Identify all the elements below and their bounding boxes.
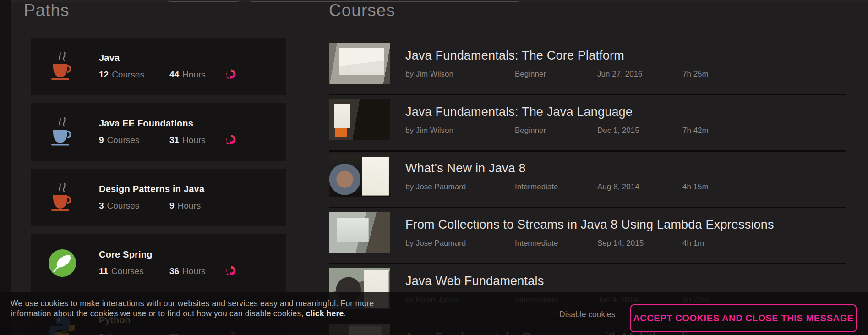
path-title[interactable]: Java EE Foundations bbox=[99, 118, 236, 129]
path-badge-icon bbox=[225, 265, 236, 277]
course-title-link[interactable]: Java Fundamentals: The Java Language bbox=[405, 99, 846, 119]
course-duration: 7h 25m bbox=[682, 70, 709, 79]
row-divider bbox=[329, 150, 846, 152]
path-title[interactable]: Java bbox=[99, 53, 236, 63]
coffee-cup-blue-icon bbox=[48, 116, 77, 148]
course-title-link[interactable]: From Collections to Streams in Java 8 Us… bbox=[405, 212, 846, 232]
course-thumbnail[interactable] bbox=[329, 212, 390, 253]
course-thumbnail[interactable] bbox=[329, 43, 390, 84]
cookie-policy-link[interactable]: click here bbox=[306, 309, 344, 318]
disable-cookies-link[interactable]: Disable cookies bbox=[559, 310, 616, 319]
path-badge-icon bbox=[225, 134, 236, 146]
path-card-design-patterns[interactable]: Design Patterns in Java 3Courses 9Hours bbox=[31, 169, 286, 226]
coffee-cup-red-icon bbox=[48, 181, 77, 214]
course-row: From Collections to Streams in Java 8 Us… bbox=[329, 212, 846, 264]
course-level: Beginner bbox=[515, 126, 597, 135]
course-row: Java Fundamentals: The Core Platform by … bbox=[329, 43, 846, 94]
course-date: Aug 8, 2014 bbox=[597, 182, 682, 192]
course-level: Intermediate bbox=[515, 239, 597, 248]
course-author: by Jim Wilson bbox=[405, 126, 515, 135]
course-row: Java Fundamentals: The Java Language by … bbox=[329, 99, 846, 151]
course-thumbnail[interactable] bbox=[329, 155, 390, 197]
row-divider bbox=[329, 263, 846, 264]
path-badge-icon bbox=[225, 69, 236, 80]
course-date: Sep 14, 2015 bbox=[597, 239, 682, 248]
courses-header-rule bbox=[329, 26, 844, 26]
course-author: by Jim Wilson bbox=[405, 70, 515, 79]
course-meta: by Jose Paumard Intermediate Sep 14, 201… bbox=[405, 239, 846, 248]
path-card-core-spring[interactable]: Core Spring 11Courses 36Hours bbox=[31, 234, 286, 292]
course-meta: by Jim Wilson Beginner Dec 1, 2015 7h 42… bbox=[405, 126, 846, 135]
spring-leaf-icon bbox=[48, 248, 77, 278]
row-divider bbox=[329, 207, 846, 208]
course-thumbnail[interactable] bbox=[329, 99, 390, 140]
courses-section-title: Courses bbox=[329, 1, 395, 20]
pluralsight-search-results-page: Paths Java 12Courses 44Hours bbox=[0, 0, 868, 335]
course-author: by Jose Paumard bbox=[405, 239, 515, 248]
path-card-java-ee[interactable]: Java EE Foundations 9Courses 31Hours bbox=[31, 103, 286, 161]
paths-header-rule bbox=[24, 26, 294, 26]
course-level: Beginner bbox=[515, 70, 597, 79]
course-row: What's New in Java 8 by Jose Paumard Int… bbox=[329, 155, 846, 207]
course-duration: 4h 15m bbox=[682, 182, 709, 192]
course-meta: by Jim Wilson Beginner Jun 27, 2016 7h 2… bbox=[405, 70, 846, 79]
path-card-java[interactable]: Java 12Courses 44Hours bbox=[31, 38, 286, 95]
course-meta: by Jose Paumard Intermediate Aug 8, 2014… bbox=[405, 182, 846, 192]
course-title-link[interactable]: Java Fundamentals: The Core Platform bbox=[405, 43, 846, 63]
path-title[interactable]: Design Patterns in Java bbox=[99, 184, 236, 194]
path-meta: 9Courses 31Hours bbox=[99, 134, 236, 146]
cookie-message: We use cookies to make interactions with… bbox=[11, 298, 374, 319]
course-duration: 4h 1m bbox=[682, 239, 704, 248]
course-duration: 7h 42m bbox=[682, 126, 709, 135]
course-title-link[interactable]: Java Web Fundamentals bbox=[405, 268, 846, 288]
cookie-banner: We use cookies to make interactions with… bbox=[0, 292, 868, 335]
course-date: Dec 1, 2015 bbox=[597, 126, 682, 135]
path-meta: 11Courses 36Hours bbox=[99, 265, 236, 277]
path-title[interactable]: Core Spring bbox=[99, 249, 236, 260]
course-title-link[interactable]: What's New in Java 8 bbox=[405, 155, 846, 176]
course-date: Jun 27, 2016 bbox=[597, 70, 682, 79]
row-divider bbox=[329, 94, 846, 95]
course-author: by Jose Paumard bbox=[405, 182, 515, 192]
paths-section-title: Paths bbox=[24, 1, 70, 20]
left-gutter bbox=[0, 0, 11, 335]
path-meta: 12Courses 44Hours bbox=[99, 69, 236, 80]
scrolled-filter-box[interactable] bbox=[168, 0, 240, 2]
accept-cookies-button[interactable]: ACCEPT COOKIES AND CLOSE THIS MESSAGE bbox=[630, 304, 857, 332]
coffee-cup-red-icon bbox=[48, 50, 77, 82]
course-level: Intermediate bbox=[515, 182, 597, 192]
path-meta: 3Courses 9Hours bbox=[99, 200, 236, 211]
